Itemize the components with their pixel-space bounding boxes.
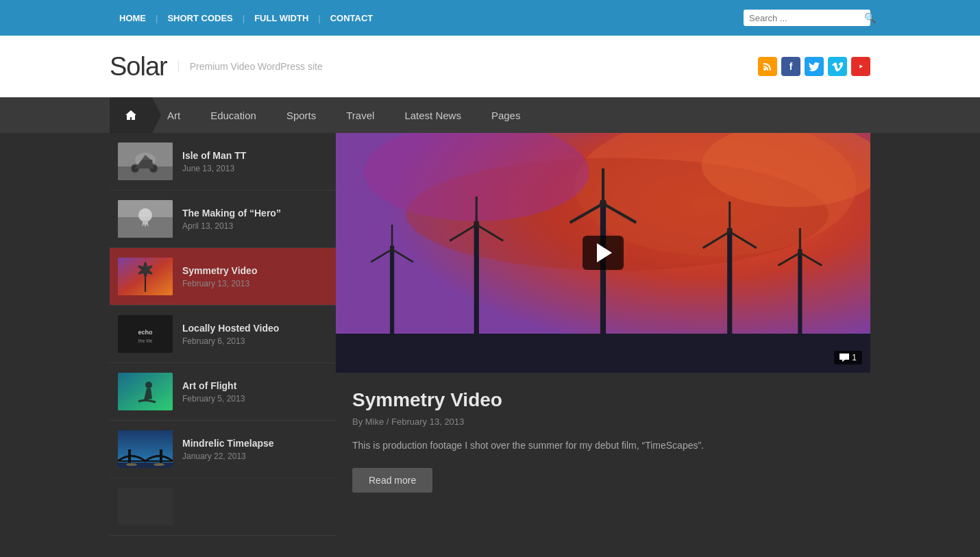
secondary-navigation: Art Education Sports Travel Latest News …	[0, 97, 980, 133]
search-input[interactable]	[749, 13, 864, 23]
sidebar-item-info-5: Mindrelic Timelapse January 22, 2013	[182, 438, 274, 461]
sidebar-item-info-2: Symmetry Video February 13, 2013	[182, 265, 257, 288]
svg-point-0	[763, 68, 766, 71]
comment-count: 1	[852, 353, 857, 362]
twitter-icon[interactable]	[805, 57, 824, 76]
sidebar-item-title-5: Mindrelic Timelapse	[182, 438, 274, 449]
sidebar-item-date-2: February 13, 2013	[182, 279, 257, 288]
sec-nav-latest-news[interactable]: Latest News	[389, 97, 476, 133]
search-box: 🔍	[744, 10, 870, 26]
nav-item-contact[interactable]: CONTACT	[321, 13, 383, 23]
sidebar-item-date-1: April 13, 2013	[182, 221, 281, 231]
sidebar-thumb-1	[118, 200, 173, 238]
rss-icon[interactable]	[758, 57, 777, 76]
youtube-icon[interactable]	[851, 57, 870, 76]
svg-point-17	[143, 262, 147, 278]
nav-item-full-width[interactable]: FULL WIDTH	[245, 13, 318, 23]
sidebar-item-4[interactable]: Art of Flight February 5, 2013	[110, 363, 336, 421]
read-more-button[interactable]: Read more	[352, 468, 432, 493]
sidebar-thumb-4	[118, 373, 173, 410]
main-content: Isle of Man TT June 13, 2013 The M	[0, 133, 980, 536]
facebook-icon[interactable]: f	[781, 57, 800, 76]
sidebar-item-0[interactable]: Isle of Man TT June 13, 2013	[110, 133, 336, 190]
sec-nav-sports[interactable]: Sports	[271, 97, 331, 133]
sidebar-item-info-0: Isle of Man TT June 13, 2013	[182, 150, 246, 173]
svg-text:echo: echo	[138, 329, 153, 336]
sidebar-thumb-3: echo the life	[118, 315, 173, 353]
nav-item-short-codes[interactable]: SHORT CODES	[158, 13, 242, 23]
sidebar-item-title-0: Isle of Man TT	[182, 150, 246, 161]
article-area: 1 Symmetry Video By Mike / February 13, …	[336, 133, 870, 536]
svg-point-29	[154, 463, 164, 466]
sidebar-item-date-0: June 13, 2013	[182, 164, 246, 173]
comment-badge: 1	[834, 351, 862, 364]
svg-rect-27	[118, 462, 173, 468]
site-title: Solar	[110, 52, 167, 82]
social-icons: f	[758, 57, 870, 76]
nav-item-home[interactable]: HOME	[110, 13, 156, 23]
sidebar-item-3[interactable]: echo the life Locally Hosted Video Febru…	[110, 306, 336, 363]
svg-point-8	[138, 208, 152, 222]
sidebar-item-info-4: Art of Flight February 5, 2013	[182, 380, 245, 404]
sidebar-thumb-2	[118, 258, 173, 295]
sidebar: Isle of Man TT June 13, 2013 The M	[110, 133, 336, 536]
svg-rect-26	[118, 460, 173, 462]
vimeo-icon[interactable]	[828, 57, 847, 76]
sidebar-item-title-1: The Making of “Hero”	[182, 208, 281, 219]
sec-nav-pages[interactable]: Pages	[476, 97, 536, 133]
article-title: Symmetry Video	[352, 389, 854, 411]
article-meta: By Mike / February 13, 2013	[352, 417, 854, 427]
svg-rect-35	[336, 334, 870, 373]
top-nav-links: HOME | SHORT CODES | FULL WIDTH | CONTAC…	[110, 13, 744, 23]
sidebar-item-title-4: Art of Flight	[182, 380, 245, 391]
play-button[interactable]	[583, 236, 624, 270]
sidebar-item-info-1: The Making of “Hero” April 13, 2013	[182, 208, 281, 231]
sidebar-item-date-5: January 22, 2013	[182, 451, 274, 461]
svg-text:the life: the life	[138, 338, 153, 343]
sidebar-item-date-4: February 5, 2013	[182, 394, 245, 404]
site-branding: Solar Premium Video WordPress site	[110, 52, 323, 82]
site-tagline: Premium Video WordPress site	[178, 61, 323, 72]
svg-point-22	[145, 382, 152, 388]
svg-point-28	[126, 463, 137, 466]
sidebar-item-date-3: February 6, 2013	[182, 336, 279, 346]
sec-nav-education[interactable]: Education	[195, 97, 271, 133]
sidebar-item-2[interactable]: Symmetry Video February 13, 2013	[110, 248, 336, 306]
svg-rect-9	[143, 221, 148, 225]
site-header: Solar Premium Video WordPress site f	[0, 36, 980, 97]
video-thumbnail[interactable]: 1	[336, 133, 870, 373]
sidebar-thumb-5	[118, 430, 173, 468]
top-navigation: HOME | SHORT CODES | FULL WIDTH | CONTAC…	[0, 0, 980, 36]
sidebar-item-5[interactable]: Mindrelic Timelapse January 22, 2013	[110, 421, 336, 478]
sidebar-thumb-0	[118, 143, 173, 180]
search-icon[interactable]: 🔍	[864, 12, 876, 23]
svg-rect-21	[118, 373, 173, 410]
article-body: Symmetry Video By Mike / February 13, 20…	[336, 373, 870, 493]
sidebar-item-title-3: Locally Hosted Video	[182, 323, 279, 334]
sidebar-item-1[interactable]: The Making of “Hero” April 13, 2013	[110, 190, 336, 248]
sec-nav-travel[interactable]: Travel	[331, 97, 389, 133]
sidebar-item-6[interactable]	[110, 478, 336, 536]
sidebar-item-title-2: Symmetry Video	[182, 265, 257, 276]
sec-nav-home[interactable]	[110, 97, 152, 133]
article-excerpt: This is production footage I shot over t…	[352, 438, 854, 453]
sidebar-item-info-3: Locally Hosted Video February 6, 2013	[182, 323, 279, 346]
sidebar-thumb-6	[118, 488, 173, 525]
